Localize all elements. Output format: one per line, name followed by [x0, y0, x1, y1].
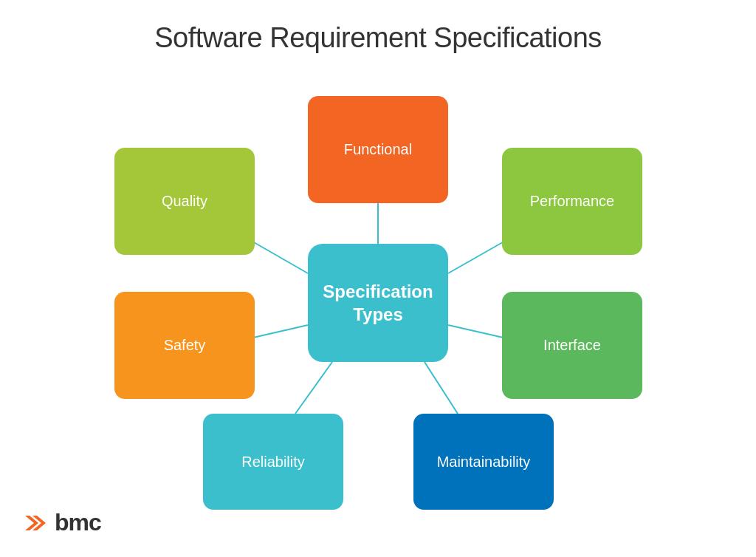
svg-line-3 — [425, 362, 458, 414]
page-title: Software Requirement Specifications — [0, 0, 756, 54]
node-interface: Interface — [502, 292, 642, 399]
bmc-logo: bmc — [22, 509, 101, 536]
diagram-area: Specification Types Functional Performan… — [0, 74, 756, 532]
node-reliability: Reliability — [203, 414, 343, 510]
center-node-line2: Types — [323, 303, 433, 326]
svg-line-4 — [295, 362, 332, 414]
bmc-brand-name: bmc — [55, 509, 101, 536]
node-functional: Functional — [308, 96, 448, 203]
center-node: Specification Types — [308, 244, 448, 362]
node-quality: Quality — [114, 148, 255, 255]
center-node-line1: Specification — [323, 280, 433, 303]
node-maintainability: Maintainability — [413, 414, 554, 510]
node-safety: Safety — [114, 292, 255, 399]
bmc-chevron-icon — [22, 510, 49, 536]
node-performance: Performance — [502, 148, 642, 255]
